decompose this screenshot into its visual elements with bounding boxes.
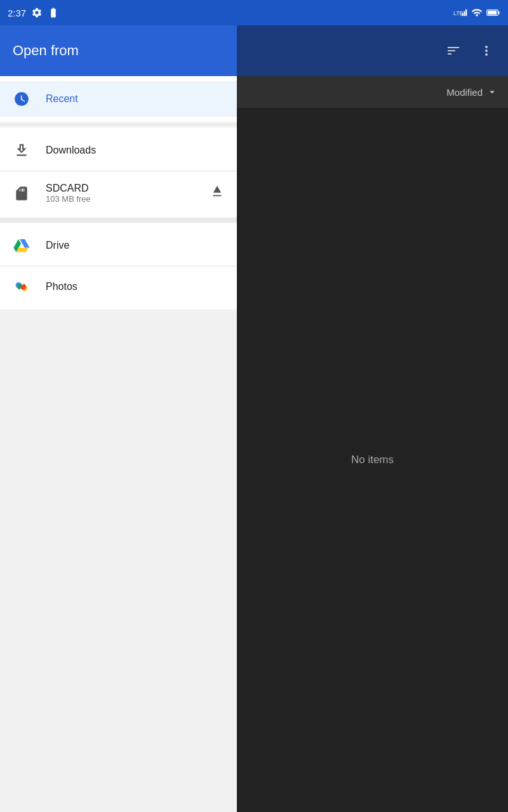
drawer-header: Open from [0, 25, 237, 76]
right-topbar [237, 25, 508, 76]
drawer-item-drive[interactable]: Drive [0, 228, 237, 263]
status-right: LTE [453, 7, 500, 18]
photos-item-text: Photos [46, 281, 77, 292]
drawer-item-sdcard[interactable]: SDCARD 103 MB free [0, 174, 237, 213]
svg-rect-6 [488, 11, 497, 15]
drive-label: Drive [46, 240, 69, 251]
right-panel: Modified No items [237, 25, 508, 812]
clock-icon [13, 90, 30, 108]
drive-icon [13, 237, 30, 254]
svg-rect-3 [465, 10, 467, 16]
sort-bar: Modified [237, 76, 508, 108]
battery-status-icon [486, 8, 500, 17]
signal-icon [471, 7, 483, 18]
sort-label: Modified [446, 87, 483, 98]
main-container: Open from Recent [0, 25, 508, 812]
drawer-title: Open from [13, 43, 79, 59]
settings-icon [31, 7, 43, 18]
photos-icon [13, 278, 30, 296]
no-items-label: No items [351, 454, 394, 466]
list-view-button[interactable] [439, 37, 467, 65]
status-bar: 2:37 LTE [0, 0, 508, 25]
more-options-button[interactable] [472, 37, 500, 65]
recent-item-text: Recent [46, 93, 78, 105]
sdcard-icon [13, 185, 30, 202]
eject-button[interactable] [210, 185, 224, 202]
svg-rect-1 [462, 13, 463, 16]
drive-item-text: Drive [46, 240, 69, 251]
drawer: Open from Recent [0, 25, 237, 812]
time-display: 2:37 [8, 8, 26, 18]
chevron-down-icon [486, 86, 498, 98]
divider-3 [0, 266, 237, 266]
drawer-item-downloads[interactable]: Downloads [0, 133, 237, 168]
drawer-section-recent: Recent [0, 76, 237, 122]
drawer-item-photos[interactable]: Photos [0, 269, 237, 304]
downloads-label: Downloads [46, 145, 96, 156]
divider-1 [0, 124, 237, 125]
section-gap [0, 218, 237, 223]
recent-label: Recent [46, 93, 78, 105]
downloads-item-text: Downloads [46, 145, 96, 156]
download-icon [13, 141, 30, 159]
sdcard-label: SDCARD [46, 183, 91, 194]
content-area: No items [237, 108, 508, 812]
battery-icon [48, 7, 59, 18]
drawer-section-local: Downloads SDCARD 103 MB free [0, 128, 237, 218]
photos-label: Photos [46, 281, 77, 292]
sdcard-item-text: SDCARD 103 MB free [46, 183, 91, 204]
drawer-section-cloud: Drive Photo [0, 223, 237, 310]
status-left: 2:37 [8, 7, 59, 18]
svg-rect-5 [498, 11, 499, 14]
sort-selector[interactable]: Modified [446, 86, 498, 98]
sdcard-sublabel: 103 MB free [46, 194, 91, 204]
lte-icon: LTE [453, 7, 467, 18]
drawer-item-recent[interactable]: Recent [0, 81, 237, 117]
divider-2 [0, 171, 237, 171]
svg-rect-2 [464, 11, 465, 16]
